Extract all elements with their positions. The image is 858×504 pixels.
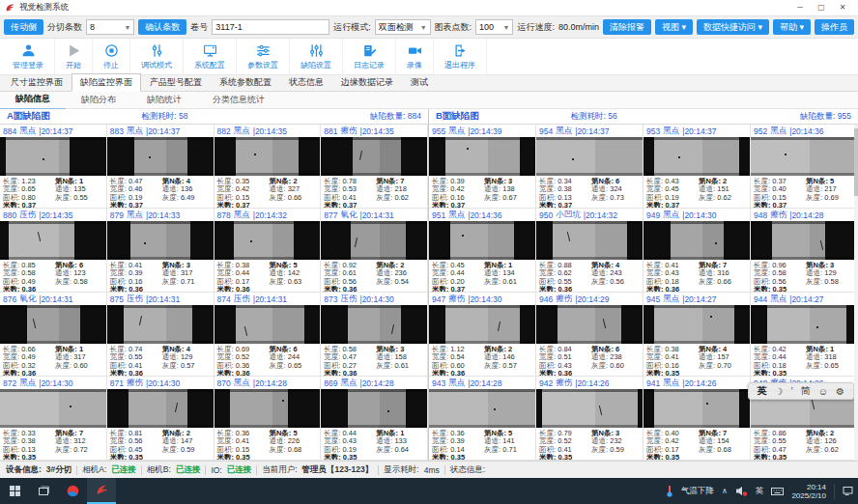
defect-cell[interactable]: 950 小凹坑 |20:14:32 长度: 0.88 宽度: 0.62 面积: …	[536, 209, 644, 293]
chart-points-select[interactable]: 100▼	[475, 19, 513, 35]
quick-access-menu-button[interactable]: 数据快捷访问 ▾	[697, 19, 769, 35]
subtab-defect-info[interactable]: 缺陷信息	[0, 90, 66, 110]
defect-cell[interactable]: 878 黑点 |20:14:32 长度: 0.38 宽度: 0.44 面积: 0…	[214, 209, 322, 293]
defect-image[interactable]	[429, 137, 535, 176]
defect-image[interactable]	[536, 137, 643, 176]
defect-settings-button[interactable]: 缺陷设置	[290, 39, 343, 74]
defect-image[interactable]	[429, 389, 535, 428]
defect-image[interactable]	[214, 305, 321, 344]
start-menu-button[interactable]	[0, 478, 29, 504]
tray-overflow-button[interactable]: ∧	[722, 487, 728, 495]
ime-settings-icon[interactable]: ⚙	[836, 386, 844, 397]
defect-image[interactable]	[644, 221, 750, 260]
ime-moon-icon[interactable]: ☽	[775, 386, 784, 397]
defect-cell[interactable]: 882 黑点 |20:14:35 长度: 0.35 宽度: 0.42 面积: 0…	[214, 125, 322, 209]
debug-mode-button[interactable]: 调试模式	[130, 39, 184, 74]
defect-image[interactable]	[0, 221, 106, 260]
view-menu-button[interactable]: 视图 ▾	[655, 19, 693, 35]
defect-cell[interactable]: 943 黑点 |20:14:28 长度: 0.36 宽度: 0.39 面积: 0…	[429, 377, 536, 461]
defect-cell[interactable]: 870 黑点 |20:14:28 长度: 0.36 宽度: 0.41 面积: 0…	[214, 377, 322, 461]
log-record-button[interactable]: 日志记录	[343, 39, 396, 74]
defect-cell[interactable]: 946 擦伤 |20:14:29 长度: 0.84 宽度: 0.51 面积: 0…	[536, 293, 644, 377]
defect-cell[interactable]: 874 压伤 |20:14:31 长度: 0.69 宽度: 0.52 面积: 0…	[214, 293, 322, 377]
task-view-button[interactable]	[29, 478, 58, 504]
exit-program-button[interactable]: 退出程序	[434, 39, 487, 74]
maximize-button[interactable]: ▢	[811, 0, 832, 15]
defect-image[interactable]	[644, 305, 750, 344]
clear-alarm-button[interactable]: 清除报警	[603, 19, 651, 35]
video-record-button[interactable]: 录像	[396, 39, 434, 74]
defect-image[interactable]	[321, 305, 427, 344]
subtab-defect-stats[interactable]: 缺陷统计	[131, 91, 197, 109]
defect-image[interactable]	[214, 137, 321, 176]
start-button[interactable]: 开始	[55, 39, 93, 74]
stop-button[interactable]: 停止	[93, 39, 130, 74]
taskbar-app-button[interactable]	[58, 478, 87, 504]
defect-image[interactable]	[0, 137, 106, 176]
defect-cell[interactable]: 873 压伤 |20:14:30 长度: 0.58 宽度: 0.47 面积: 0…	[321, 293, 428, 377]
defect-cell[interactable]: 881 擦伤 |20:14:35 长度: 0.78 宽度: 0.53 面积: 0…	[321, 125, 428, 209]
defect-image[interactable]	[536, 389, 643, 428]
drive-side-button[interactable]: 传动侧	[4, 19, 43, 35]
defect-cell[interactable]: 949 黑点 |20:14:30 长度: 0.41 宽度: 0.43 面积: 0…	[644, 209, 751, 293]
defect-image[interactable]	[321, 221, 427, 260]
weather-text[interactable]: 气温下降	[681, 486, 714, 497]
defect-image[interactable]	[321, 137, 427, 176]
defect-cell[interactable]: 872 黑点 |20:14:30 长度: 0.33 宽度: 0.38 面积: 0…	[0, 377, 107, 461]
defect-cell[interactable]: 953 黑点 |20:14:37 长度: 0.43 宽度: 0.45 面积: 0…	[644, 125, 751, 209]
defect-cell[interactable]: 941 黑点 |20:14:26 长度: 0.40 宽度: 0.42 面积: 0…	[644, 377, 751, 461]
defect-cell[interactable]: 879 黑点 |20:14:33 长度: 0.41 宽度: 0.39 面积: 0…	[107, 209, 214, 293]
defect-image[interactable]	[214, 221, 321, 260]
volume-button[interactable]	[735, 483, 748, 500]
defect-image[interactable]	[214, 389, 321, 428]
defect-image[interactable]	[0, 305, 106, 344]
ime-apostrophe[interactable]: ’	[791, 386, 793, 397]
taskbar-active-app-button[interactable]	[87, 478, 116, 504]
action-center-button[interactable]	[843, 483, 853, 500]
defect-image[interactable]	[107, 137, 214, 176]
minimize-button[interactable]: ─	[789, 0, 811, 15]
defect-image[interactable]	[107, 389, 214, 428]
defect-image[interactable]	[536, 305, 643, 344]
defect-cell[interactable]: 875 压伤 |20:14:31 长度: 0.74 宽度: 0.55 面积: 0…	[107, 293, 214, 377]
subtab-class-stats[interactable]: 分类信息统计	[197, 91, 280, 109]
param-settings-button[interactable]: 参数设置	[237, 39, 290, 74]
defect-cell[interactable]: 947 擦伤 |20:14:30 长度: 1.12 宽度: 0.54 面积: 0…	[429, 293, 536, 377]
defect-image[interactable]	[107, 221, 214, 260]
tab-product-config[interactable]: 产品型号配置	[141, 73, 211, 92]
tab-defect-monitor[interactable]: 缺陷监控界面	[72, 73, 141, 92]
ime-lang-en[interactable]: 英	[758, 384, 767, 398]
defect-cell[interactable]: 951 黑点 |20:14:36 长度: 0.45 宽度: 0.44 面积: 0…	[429, 209, 536, 293]
defect-cell[interactable]: 884 黑点 |20:14:37 长度: 1.23 宽度: 0.65 面积: 0…	[0, 125, 107, 209]
defect-cell[interactable]: 945 黑点 |20:14:27 长度: 0.38 宽度: 0.41 面积: 0…	[644, 293, 751, 377]
run-mode-select[interactable]: 双面检测▼	[375, 19, 431, 35]
defect-image[interactable]	[107, 305, 214, 344]
defect-image[interactable]	[0, 389, 106, 428]
help-menu-button[interactable]: 帮助 ▾	[773, 19, 811, 35]
defect-image[interactable]	[644, 389, 750, 428]
vertical-scrollbar[interactable]	[854, 125, 858, 461]
defect-cell[interactable]: 942 擦伤 |20:14:26 长度: 0.79 宽度: 0.52 面积: 0…	[536, 377, 644, 461]
defect-cell[interactable]: 952 黑点 |20:14:36 长度: 0.37 宽度: 0.40 面积: 0…	[751, 125, 858, 209]
touch-keyboard-button[interactable]	[771, 483, 784, 500]
defect-image[interactable]	[429, 221, 535, 260]
defect-cell[interactable]: 883 黑点 |20:14:37 长度: 0.47 宽度: 0.46 面积: 0…	[107, 125, 214, 209]
defect-cell[interactable]: 955 黑点 |20:14:39 长度: 0.39 宽度: 0.42 面积: 0…	[429, 125, 536, 209]
system-clock[interactable]: 20:14 2025/2/10	[791, 483, 826, 500]
tab-status-info[interactable]: 状态信息	[280, 73, 332, 92]
ime-emoji-icon[interactable]: ☺	[818, 386, 828, 397]
scrollbar-thumb[interactable]	[854, 128, 858, 196]
defect-image[interactable]	[321, 389, 427, 428]
defect-cell[interactable]: 948 擦伤 |20:14:28 长度: 0.96 宽度: 0.58 面积: 0…	[751, 209, 858, 293]
tab-system-params[interactable]: 系统参数配置	[211, 73, 280, 92]
close-button[interactable]: ✕	[832, 0, 853, 15]
admin-login-button[interactable]: 管理登录	[2, 39, 55, 74]
defect-image[interactable]	[536, 221, 643, 260]
system-config-button[interactable]: 系统配置	[184, 39, 237, 74]
confirm-count-button[interactable]: 确认条数	[138, 19, 186, 35]
tab-test[interactable]: 测试	[402, 73, 437, 92]
tab-edge-data[interactable]: 边缘数据记录	[332, 73, 402, 92]
roll-number-input[interactable]	[212, 19, 329, 35]
defect-cell[interactable]: 954 黑点 |20:14:37 长度: 0.34 宽度: 0.38 面积: 0…	[536, 125, 644, 209]
slit-count-select[interactable]: 8▼	[86, 19, 134, 35]
